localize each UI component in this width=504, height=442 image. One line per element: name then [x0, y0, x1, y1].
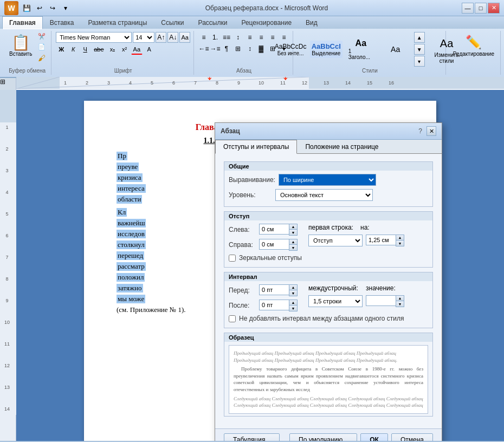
svg-rect-2: [309, 77, 504, 89]
on-value-down[interactable]: ▼: [396, 240, 404, 246]
indent-right-down[interactable]: ▼: [289, 245, 297, 250]
first-line-select[interactable]: Отступ: [308, 235, 363, 246]
before-input[interactable]: [259, 284, 289, 295]
style-heading3[interactable]: Аа: [379, 43, 412, 55]
alignment-select[interactable]: По ширине: [279, 174, 376, 186]
on-value-up[interactable]: ▲: [396, 235, 404, 240]
sort-button[interactable]: ↕: [232, 32, 243, 43]
indent-right-up[interactable]: ▲: [289, 239, 297, 245]
decrease-indent-button[interactable]: ←≡: [198, 43, 209, 54]
after-row: После: ▲ ▼: [229, 300, 298, 311]
svg-text:13: 13: [324, 80, 329, 86]
ruler-corner[interactable]: ⊞: [0, 78, 16, 90]
scroll-styles-up[interactable]: ▲: [414, 32, 425, 43]
redo-button[interactable]: ↪: [47, 2, 59, 14]
close-window-button[interactable]: ✕: [488, 3, 500, 14]
italic-button[interactable]: К: [68, 44, 79, 55]
quick-access-toolbar: 💾 ↩ ↪ ▾: [21, 2, 72, 14]
tab-references[interactable]: Ссылки: [154, 16, 191, 29]
line-spacing-value-row: 1,5 строки ▲ ▼: [308, 295, 404, 307]
no-add-checkbox[interactable]: [229, 315, 236, 322]
dialog-close-button[interactable]: ✕: [427, 126, 436, 136]
paste-button[interactable]: 📋 Вставить: [7, 32, 35, 58]
bullets-button[interactable]: ≡: [198, 32, 209, 43]
tab-view[interactable]: Вид: [299, 16, 325, 29]
style-preview-h2: Аа: [355, 38, 366, 48]
value-down[interactable]: ▼: [396, 301, 404, 307]
after-up[interactable]: ▲: [289, 300, 297, 306]
dialog-tabs: Отступы и интервалы Положение на страниц…: [215, 140, 442, 154]
tab-insert[interactable]: Вставка: [43, 16, 81, 29]
maximize-button[interactable]: □: [475, 3, 487, 14]
format-painter-button[interactable]: 🖌: [36, 53, 48, 63]
text-color-button[interactable]: Аа: [131, 44, 143, 55]
tabs-button[interactable]: Табуляция...: [224, 433, 280, 441]
svg-text:10: 10: [259, 80, 264, 86]
after-down[interactable]: ▼: [289, 306, 297, 311]
level-select[interactable]: Основной текст: [275, 189, 373, 201]
tab-home[interactable]: Главная: [2, 16, 43, 29]
svg-text:7: 7: [5, 255, 8, 260]
subscript-button[interactable]: x₂: [107, 44, 118, 55]
value-input[interactable]: [366, 295, 396, 306]
style-heading2[interactable]: Аа 1 Заголо...: [345, 37, 377, 62]
multilevel-button[interactable]: ≡≡: [221, 32, 232, 43]
style-normal[interactable]: AaBbCcDc Без инте...: [273, 41, 307, 58]
mirror-checkbox[interactable]: [229, 255, 236, 262]
indent-right-input[interactable]: [259, 239, 289, 250]
font-name-select[interactable]: Times New Roman: [56, 32, 132, 43]
expand-styles[interactable]: ▾: [414, 56, 425, 67]
indent-left-col: Слева: ▲ ▼: [229, 224, 298, 254]
undo-button[interactable]: ↩: [34, 2, 46, 14]
bold-button[interactable]: Ж: [56, 44, 67, 55]
indent-left-input[interactable]: [259, 224, 289, 235]
decrease-font-button[interactable]: A↓: [167, 32, 178, 43]
mirror-label: Зеркальные отступы: [239, 254, 302, 262]
dialog-footer: Табуляция... По умолчанию... ОК Отмена: [215, 428, 442, 441]
office-logo: W: [4, 1, 18, 15]
indent-left-down[interactable]: ▼: [289, 230, 297, 235]
dialog-tab-indent[interactable]: Отступы и интервалы: [215, 140, 297, 154]
editing-button[interactable]: ✏️ Редактирование: [450, 32, 497, 58]
before-up[interactable]: ▲: [289, 285, 297, 290]
no-add-label: Не добавлять интервал между абзацами одн…: [239, 315, 404, 322]
scroll-styles-down[interactable]: ▼: [414, 44, 425, 55]
indent-left-up[interactable]: ▲: [289, 224, 297, 230]
tab-review[interactable]: Рецензирование: [234, 16, 299, 29]
ok-button[interactable]: ОК: [360, 433, 388, 441]
before-down[interactable]: ▼: [289, 290, 297, 296]
after-input-group: ▲ ▼: [259, 300, 298, 311]
copy-button[interactable]: 📄: [36, 42, 48, 51]
value-up[interactable]: ▲: [396, 296, 404, 301]
after-input[interactable]: [259, 300, 289, 310]
clear-format-button[interactable]: Аа: [179, 32, 190, 43]
highlight-button[interactable]: A: [144, 44, 154, 55]
numbering-button[interactable]: 1.: [210, 32, 221, 43]
tab-mailings[interactable]: Рассылки: [191, 16, 235, 29]
superscript-button[interactable]: x²: [119, 44, 130, 55]
tab-page-layout[interactable]: Разметка страницы: [81, 16, 154, 29]
align-center-button[interactable]: ≡: [256, 32, 267, 43]
borders-button[interactable]: ⊞: [232, 43, 243, 54]
increase-font-button[interactable]: A↑: [156, 32, 166, 43]
on-value-input[interactable]: [366, 235, 396, 245]
align-left-button[interactable]: ≡: [244, 32, 255, 43]
strikethrough-button[interactable]: abe: [92, 44, 106, 55]
increase-indent-button[interactable]: →≡: [210, 43, 221, 54]
save-button[interactable]: 💾: [21, 2, 33, 14]
font-size-select[interactable]: 14: [133, 32, 154, 43]
interval-right-col: междустрочный: значение: 1,5 строки: [308, 284, 404, 315]
style-heading1[interactable]: AaBbCcI Выделение: [310, 41, 343, 58]
cancel-button[interactable]: Отмена: [391, 433, 433, 441]
default-button[interactable]: По умолчанию...: [289, 433, 357, 441]
cut-button[interactable]: ✂️: [36, 32, 48, 41]
shading-button[interactable]: ▓: [256, 43, 267, 54]
dialog-help-icon[interactable]: ?: [418, 127, 422, 135]
customize-qa[interactable]: ▾: [60, 2, 72, 14]
line-spacing-select[interactable]: 1,5 строки: [308, 295, 363, 307]
underline-button[interactable]: Ч: [80, 44, 91, 55]
minimize-button[interactable]: —: [462, 3, 474, 14]
line-spacing-button[interactable]: ↕: [244, 43, 255, 54]
dialog-tab-position[interactable]: Положение на странице: [297, 140, 386, 154]
para-marks-button[interactable]: ¶: [221, 43, 232, 54]
